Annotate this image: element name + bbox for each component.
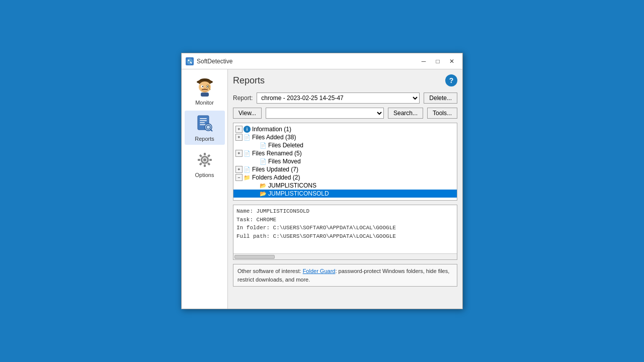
- tree-item-files-renamed[interactable]: + 📄 Files Renamed (5): [233, 149, 457, 157]
- folder-icon-jumplisticonsold: 📂: [260, 190, 267, 197]
- spacer-jumplisticons: [252, 182, 259, 189]
- view-row: View... Search... Tools...: [233, 108, 457, 119]
- svg-rect-33: [199, 154, 202, 157]
- options-label: Options: [195, 172, 214, 178]
- app-window: SoftDetective ─ □ ✕: [181, 53, 463, 309]
- tree-item-information[interactable]: + i Information (1): [233, 125, 457, 133]
- detail-line-1: Name: JUMPLISTICONSOLD: [236, 207, 454, 216]
- view-button[interactable]: View...: [233, 108, 262, 119]
- tree-label-jumplisticons: JUMPLISTICONS: [268, 182, 316, 189]
- monitor-icon: [195, 77, 215, 98]
- report-select[interactable]: chrome - 2023-02-25 14-25-47: [257, 93, 420, 104]
- file-icon-renamed: 📄: [244, 150, 251, 157]
- svg-point-36: [203, 158, 206, 161]
- sidebar: Monitor: [182, 69, 228, 309]
- reports-label: Reports: [195, 136, 214, 142]
- tree-item-jumplisticons[interactable]: 📂 JUMPLISTICONS: [233, 182, 457, 190]
- file-icon-moved: 📄: [260, 158, 267, 165]
- tree-item-files-deleted[interactable]: 📄 Files Deleted: [233, 141, 457, 149]
- svg-point-9: [202, 86, 203, 87]
- detail-line-3: In folder: C:\USERS\SOFTARO\APPDATA\LOCA…: [236, 224, 454, 232]
- sidebar-item-reports[interactable]: Reports: [185, 111, 225, 145]
- spacer-files-moved: [252, 158, 259, 165]
- info-icon: i: [244, 126, 251, 133]
- spacer-files-deleted: [252, 142, 259, 149]
- expander-files-updated[interactable]: +: [235, 166, 243, 173]
- tree-item-files-updated[interactable]: + 📄 Files Updated (7): [233, 165, 457, 173]
- tree-label-files-deleted: Files Deleted: [268, 142, 303, 149]
- report-row: Report: chrome - 2023-02-25 14-25-47 Del…: [233, 93, 457, 104]
- panel-title: Reports: [233, 75, 265, 86]
- help-button[interactable]: ?: [445, 74, 457, 86]
- tree-label-files-added: Files Added (38): [252, 134, 296, 141]
- tree-item-files-moved[interactable]: 📄 Files Moved: [233, 157, 457, 165]
- expander-folders-added[interactable]: −: [235, 174, 243, 181]
- tree-item-folders-added[interactable]: − 📁 Folders Added (2): [233, 173, 457, 182]
- svg-rect-28: [209, 159, 212, 161]
- options-icon: [195, 150, 215, 170]
- svg-rect-19: [200, 122, 205, 123]
- expander-files-renamed[interactable]: +: [235, 150, 243, 157]
- gear-svg: [196, 151, 214, 169]
- svg-point-10: [207, 86, 208, 87]
- titlebar: SoftDetective ─ □ ✕: [182, 53, 462, 69]
- svg-rect-32: [198, 159, 200, 161]
- close-button[interactable]: ✕: [445, 56, 458, 66]
- window-controls: ─ □ ✕: [417, 56, 458, 66]
- spacer-jumplisticonsold: [252, 190, 259, 197]
- maximize-button[interactable]: □: [431, 56, 444, 66]
- svg-rect-30: [204, 164, 206, 167]
- expander-files-deleted: [244, 142, 251, 149]
- file-icon-updated: 📄: [244, 166, 251, 173]
- monitor-label: Monitor: [195, 100, 214, 106]
- expander-information[interactable]: +: [235, 126, 243, 133]
- app-icon: [186, 57, 194, 65]
- folder-icon-added: 📁: [244, 174, 251, 181]
- tree-label-files-moved: Files Moved: [268, 158, 301, 165]
- expander-files-moved: [244, 158, 251, 165]
- report-label: Report:: [233, 95, 253, 102]
- tools-button[interactable]: Tools...: [427, 108, 457, 119]
- window-content: Monitor: [182, 69, 462, 309]
- svg-rect-27: [207, 154, 210, 157]
- tree-label-files-updated: Files Updated (7): [252, 166, 298, 173]
- file-icon-added: 📄: [244, 134, 251, 141]
- detail-line-2: Task: CHROME: [236, 216, 454, 224]
- search-button[interactable]: Search...: [388, 108, 423, 119]
- detail-content[interactable]: Name: JUMPLISTICONSOLD Task: CHROME In f…: [233, 205, 457, 253]
- svg-line-23: [210, 129, 212, 131]
- folder-guard-link[interactable]: Folder Guard: [303, 268, 336, 274]
- window-title: SoftDetective: [197, 58, 417, 65]
- reports-icon: [195, 114, 215, 134]
- tree-item-jumplisticonsold[interactable]: 📂 JUMPLISTICONSOLD: [233, 190, 457, 198]
- tree-item-files-added[interactable]: + 📄 Files Added (38): [233, 133, 457, 141]
- file-icon-deleted: 📄: [260, 142, 267, 149]
- detective-svg: [195, 77, 215, 98]
- panel-header: Reports ?: [233, 74, 457, 86]
- hscroll-thumb[interactable]: [234, 255, 275, 259]
- svg-rect-17: [200, 118, 207, 119]
- tree-label-jumplisticonsold: JUMPLISTICONSOLD: [268, 190, 329, 197]
- tree-panel[interactable]: + i Information (1) + 📄 Files Added (38): [233, 123, 457, 201]
- svg-point-0: [187, 58, 193, 64]
- main-panel: Reports ? Report: chrome - 2023-02-25 14…: [228, 69, 462, 309]
- svg-rect-18: [200, 120, 207, 121]
- sidebar-item-monitor[interactable]: Monitor: [185, 74, 225, 109]
- svg-rect-26: [204, 153, 206, 155]
- svg-rect-31: [199, 162, 202, 165]
- expander-files-added[interactable]: +: [235, 134, 243, 141]
- folder-icon-jumplisticons: 📂: [260, 182, 267, 189]
- delete-button[interactable]: Delete...: [424, 93, 457, 104]
- sidebar-item-options[interactable]: Options: [185, 147, 225, 181]
- view-dropdown[interactable]: [266, 108, 384, 119]
- tree-label-folders-added: Folders Added (2): [252, 174, 300, 181]
- svg-rect-29: [207, 162, 210, 165]
- tree-label-information: Information (1): [252, 126, 291, 133]
- detail-panel: Name: JUMPLISTICONSOLD Task: CHROME In f…: [233, 205, 457, 260]
- svg-point-1: [188, 59, 190, 61]
- horizontal-scrollbar[interactable]: [233, 253, 457, 259]
- footer-panel: Other software of interest: Folder Guard…: [233, 264, 457, 287]
- detail-line-4: Full path: C:\USERS\SOFTARO\APPDATA\LOCA…: [236, 232, 454, 241]
- svg-rect-20: [200, 124, 206, 125]
- minimize-button[interactable]: ─: [417, 56, 430, 66]
